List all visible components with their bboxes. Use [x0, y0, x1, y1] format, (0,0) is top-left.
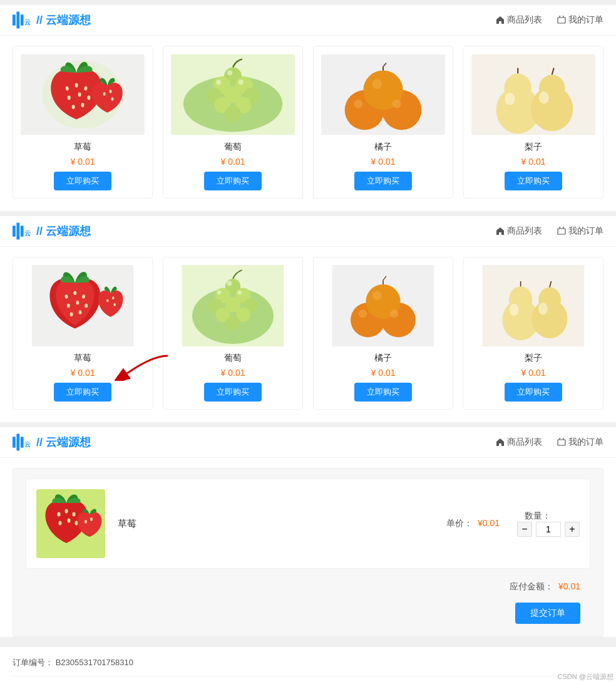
svg-rect-4: [558, 18, 565, 23]
svg-point-88: [390, 310, 398, 318]
svg-rect-1: [16, 11, 19, 28]
svg-point-13: [72, 105, 75, 109]
svg-point-8: [75, 83, 78, 88]
svg-point-65: [112, 296, 115, 299]
product-card-pear-1[interactable]: 梨子 ¥ 0.01 立即购买: [463, 46, 603, 199]
product-price-3: ¥ 0.01: [321, 157, 445, 167]
product-img-pear-1: [471, 54, 595, 135]
home-icon: [496, 16, 505, 24]
nav-my-orders-label: 我的订单: [568, 14, 603, 26]
svg-point-79: [227, 281, 232, 286]
product-card-strawberry-1[interactable]: 草莓 ¥ 0.01 立即购买: [13, 46, 153, 199]
nav-product-list[interactable]: 商品列表: [496, 14, 542, 26]
order-item-image: [36, 489, 105, 558]
svg-point-57: [73, 291, 76, 295]
logo-text-2: // 云端源想: [36, 224, 91, 239]
logo-text: // 云端源想: [36, 13, 91, 28]
order-list-item: 草莓 待付款 ×1 支付金额： ¥ 0.01 取消订单 去支付: [13, 676, 603, 684]
product-card-grape-1[interactable]: 葡萄 ¥ 0.01 立即购买: [163, 46, 303, 199]
svg-point-38: [393, 100, 401, 108]
svg-point-59: [67, 304, 70, 308]
product-card-orange-1[interactable]: 橘子 ¥ 0.01 立即购买: [313, 46, 453, 199]
cart-icon: [557, 16, 566, 24]
svg-point-112: [85, 520, 87, 524]
svg-point-12: [87, 95, 90, 100]
cart-icon-2: [557, 227, 566, 236]
order-price-section: 单价： ¥0.01: [446, 518, 500, 529]
product-name-3: 橘子: [321, 142, 445, 153]
order-total-row: 应付金额： ¥0.01: [26, 576, 590, 598]
svg-point-110: [68, 519, 71, 523]
logo: 云 // 云端源想: [13, 11, 91, 29]
svg-rect-52: [21, 225, 24, 237]
nav-product-list-2[interactable]: 商品列表: [496, 225, 542, 237]
buy-button-2[interactable]: 立即购买: [204, 172, 262, 190]
nav-my-orders-2[interactable]: 我的订单: [557, 225, 603, 237]
home-icon-2: [496, 227, 505, 236]
product-card-strawberry-2[interactable]: 草莓 ¥ 0.01 立即购买: [13, 257, 153, 410]
svg-rect-0: [13, 14, 16, 26]
nav-product-list-3[interactable]: 商品列表: [496, 437, 542, 448]
svg-rect-2: [21, 14, 24, 26]
order-item-row: 草莓 单价： ¥0.01 数量： − +: [26, 479, 590, 569]
qty-decrease-button[interactable]: −: [517, 522, 532, 537]
unit-price-value: ¥0.01: [478, 518, 500, 528]
buy-button-s2-3[interactable]: 立即购买: [354, 383, 412, 402]
order-number-label: 订单编号：: [13, 658, 53, 667]
product-card-orange-2[interactable]: 橘子 ¥ 0.01 立即购买: [313, 257, 453, 410]
svg-point-61: [85, 304, 88, 308]
svg-point-78: [226, 316, 240, 330]
qty-label: 数量：: [525, 510, 551, 521]
svg-text:云: 云: [24, 19, 31, 26]
nav-product-list-label-2: 商品列表: [507, 225, 542, 237]
qty-input[interactable]: [536, 522, 561, 537]
svg-point-98: [510, 304, 519, 316]
product-price-2: ¥ 0.01: [171, 157, 295, 167]
total-value: ¥0.01: [558, 581, 580, 591]
svg-point-63: [79, 310, 82, 314]
svg-point-113: [90, 517, 93, 521]
svg-text:云: 云: [24, 230, 31, 237]
product-name-4: 梨子: [471, 142, 595, 153]
nav-product-list-label-3: 商品列表: [507, 437, 542, 448]
svg-point-30: [216, 80, 221, 85]
svg-point-14: [81, 103, 85, 107]
product-name-s2-3: 橘子: [321, 353, 445, 364]
unit-price-label: 单价：: [446, 518, 473, 528]
buy-button-1[interactable]: 立即购买: [54, 172, 111, 190]
logo-2: 云 // 云端源想: [13, 222, 91, 240]
product-price-s2-3: ¥ 0.01: [321, 368, 445, 378]
product-price-s2-2: ¥ 0.01: [171, 368, 295, 378]
order-item-name: 草莓: [118, 518, 434, 530]
product-card-pear-2[interactable]: 梨子 ¥ 0.01 立即购买: [463, 257, 603, 410]
buy-button-s2-2[interactable]: 立即购买: [204, 383, 262, 402]
product-card-grape-2[interactable]: 葡萄 ¥ 0.01 立即购买: [163, 257, 303, 410]
buy-button-3[interactable]: 立即购买: [354, 172, 412, 190]
qty-increase-button[interactable]: +: [565, 522, 580, 537]
svg-point-62: [70, 313, 73, 317]
svg-point-108: [73, 512, 76, 517]
svg-point-28: [225, 106, 241, 122]
watermark: CSDN @云端源想: [558, 672, 613, 681]
buy-button-s2-1[interactable]: 立即购买: [54, 383, 111, 402]
submit-order-button[interactable]: 提交订单: [515, 603, 580, 624]
product-price-1: ¥ 0.01: [21, 157, 145, 167]
order-number-value: B2305531701758310: [56, 658, 133, 667]
svg-point-11: [78, 93, 81, 97]
product-img-orange-2: [321, 265, 445, 346]
product-name-s2-4: 梨子: [471, 353, 595, 364]
nav-my-orders[interactable]: 我的订单: [557, 14, 603, 26]
svg-point-81: [237, 291, 242, 295]
order-qty-section: 数量： − +: [512, 510, 580, 537]
buy-button-4[interactable]: 立即购买: [505, 172, 562, 190]
nav-my-orders-3[interactable]: 我的订单: [557, 437, 603, 448]
product-img-strawberry-2: [21, 265, 145, 346]
product-price-s2-4: ¥ 0.01: [471, 368, 595, 378]
svg-point-106: [58, 512, 61, 517]
svg-rect-50: [13, 225, 16, 237]
product-img-strawberry-1: [21, 54, 145, 135]
svg-point-66: [113, 303, 116, 306]
svg-point-60: [76, 301, 79, 305]
svg-point-109: [59, 521, 62, 526]
buy-button-s2-4[interactable]: 立即购买: [505, 383, 562, 402]
